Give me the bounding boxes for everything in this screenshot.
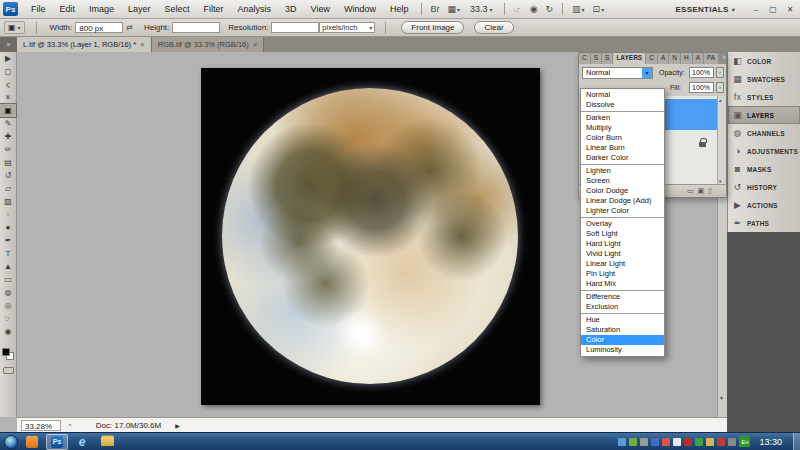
marquee-tool[interactable]: ◻ [0, 65, 16, 78]
blend-mode-multiply[interactable]: Multiply [581, 123, 664, 133]
3d-rotate-tool[interactable]: ◍ [0, 286, 16, 299]
type-tool[interactable]: T [0, 247, 16, 260]
front-image-button[interactable]: Front Image [401, 21, 464, 34]
menu-view[interactable]: View [304, 4, 337, 14]
blend-mode-difference[interactable]: Difference [581, 292, 664, 302]
close-icon[interactable]: × [140, 40, 145, 49]
dock-history[interactable]: ↺HISTORY [728, 178, 800, 196]
eraser-tool[interactable]: ▱ [0, 182, 16, 195]
hand-tool-icon[interactable]: ☞ [514, 4, 522, 14]
3d-orbit-tool[interactable]: ◎ [0, 299, 16, 312]
close-icon[interactable]: × [253, 40, 258, 49]
panel-tab-a[interactable]: A [658, 53, 668, 64]
dodge-tool[interactable]: ● [0, 221, 16, 234]
tray-icon[interactable] [684, 438, 692, 446]
blend-mode-screen[interactable]: Screen [581, 176, 664, 186]
delete-layer-icon[interactable]: ▯ [708, 187, 712, 195]
blend-mode-select[interactable]: Normal ▾ [582, 67, 653, 79]
tray-icon[interactable] [618, 438, 626, 446]
tray-icon[interactable] [673, 438, 681, 446]
blend-mode-hard-mix[interactable]: Hard Mix [581, 279, 664, 289]
blend-mode-vivid-light[interactable]: Vivid Light [581, 249, 664, 259]
blend-mode-pin-light[interactable]: Pin Light [581, 269, 664, 279]
blend-mode-color[interactable]: Color [581, 335, 664, 345]
blend-mode-saturation[interactable]: Saturation [581, 325, 664, 335]
clear-button[interactable]: Clear [474, 21, 513, 34]
resolution-field[interactable] [271, 22, 319, 33]
menu-3d[interactable]: 3D [278, 4, 304, 14]
blend-mode-darker-color[interactable]: Darker Color [581, 153, 664, 163]
brush-tool[interactable]: ✏ [0, 143, 16, 156]
screen-mode-icon[interactable]: ⊡ ▾ [593, 4, 605, 14]
dock-layers[interactable]: ▣LAYERS [728, 106, 800, 124]
menu-file[interactable]: File [24, 4, 53, 14]
blend-mode-exclusion[interactable]: Exclusion [581, 302, 664, 312]
tray-icon[interactable] [651, 438, 659, 446]
swap-dimensions-icon[interactable]: ⇄ [126, 23, 133, 32]
tray-icon[interactable] [728, 438, 736, 446]
launch-bridge-icon[interactable]: Br [431, 4, 440, 14]
taskbar-photoshop[interactable]: Ps [46, 434, 68, 450]
selected-layer-row[interactable] [661, 99, 717, 130]
dock-paths[interactable]: ✒PATHS [728, 214, 800, 232]
tray-icon[interactable] [629, 438, 637, 446]
height-field[interactable] [172, 22, 220, 33]
blend-mode-linear-light[interactable]: Linear Light [581, 259, 664, 269]
tray-icon[interactable] [662, 438, 670, 446]
panel-tab-c[interactable]: C [579, 53, 590, 64]
dock-adjustments[interactable]: ◑ADJUSTMENTS [728, 142, 800, 160]
zoom-level-field[interactable]: 33.3 ▾ [470, 4, 493, 14]
tray-icon[interactable] [640, 438, 648, 446]
panel-tab-pa[interactable]: PA [704, 53, 718, 64]
tray-icon[interactable] [695, 438, 703, 446]
rectangle-tool[interactable]: ▭ [0, 273, 16, 286]
blend-mode-luminosity[interactable]: Luminosity [581, 345, 664, 355]
menu-edit[interactable]: Edit [53, 4, 83, 14]
menu-window[interactable]: Window [337, 4, 383, 14]
move-tool[interactable]: ▶ [0, 52, 16, 65]
scroll-up-icon[interactable]: ▴ [719, 97, 722, 103]
menu-filter[interactable]: Filter [197, 4, 231, 14]
layers-list-scrollbar[interactable]: ▴ ▾ [717, 96, 725, 185]
panel-tab-layers[interactable]: LAYERS [613, 53, 645, 64]
minimize-button[interactable]: – [749, 5, 763, 14]
fill-field[interactable]: 100% [689, 82, 714, 93]
blend-mode-darken[interactable]: Darken [581, 113, 664, 123]
panel-tab-s[interactable]: S [591, 53, 601, 64]
gradient-tool[interactable]: ▨ [0, 195, 16, 208]
quick-mask-button[interactable] [3, 367, 14, 374]
foreground-color-swatch[interactable] [2, 348, 10, 356]
dock-channels[interactable]: ◍CHANNELS [728, 124, 800, 142]
rotate-view-icon[interactable]: ↻ [546, 4, 554, 14]
blend-mode-lighter-color[interactable]: Lighter Color [581, 206, 664, 216]
dock-actions[interactable]: ▶ACTIONS [728, 196, 800, 214]
dock-masks[interactable]: ◙MASKS [728, 160, 800, 178]
crop-tool[interactable]: ▣ [0, 104, 16, 117]
tray-icon[interactable] [706, 438, 714, 446]
healing-brush-tool[interactable]: ✚ [0, 130, 16, 143]
panel-tab-a[interactable]: A [693, 53, 703, 64]
panel-tab-s[interactable]: S [602, 53, 612, 64]
history-brush-tool[interactable]: ↺ [0, 169, 16, 182]
status-zoom-field[interactable]: 33.28% [21, 420, 61, 431]
view-extras-icon[interactable]: ▥ ▾ [572, 4, 585, 14]
new-layer-icon[interactable]: ▣ [698, 187, 705, 195]
close-button[interactable]: ✕ [783, 5, 797, 14]
taskbar-clock[interactable]: 13:30 [759, 437, 782, 447]
new-group-icon[interactable]: ▭ [687, 187, 694, 195]
start-button[interactable] [4, 435, 18, 449]
taskbar-internet-explorer[interactable]: e [71, 434, 93, 450]
document-tab[interactable]: RGB.tif @ 33.3% (RGB/16)× [152, 37, 265, 52]
blend-mode-linear-burn[interactable]: Linear Burn [581, 143, 664, 153]
fill-spinner[interactable]: › [716, 82, 724, 93]
canvas[interactable] [201, 68, 540, 405]
chevron-down-icon[interactable]: ▾ [642, 68, 652, 78]
restore-button[interactable]: ▢ [766, 5, 780, 14]
blend-mode-overlay[interactable]: Overlay [581, 219, 664, 229]
blur-tool[interactable]: ◦ [0, 208, 16, 221]
opacity-spinner[interactable]: › [716, 67, 724, 78]
scroll-down-icon[interactable]: ▾ [720, 394, 723, 401]
lasso-tool[interactable]: ς [0, 78, 16, 91]
panel-tab-n[interactable]: N [669, 53, 680, 64]
toolbar-collapse-button[interactable]: » [0, 37, 17, 52]
